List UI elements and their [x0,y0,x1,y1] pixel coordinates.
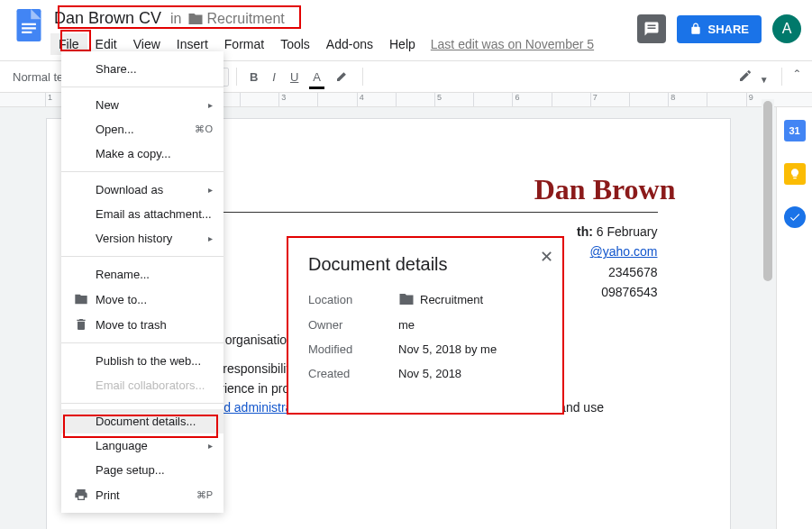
folder-icon [187,11,204,27]
chevron-right-icon: ▸ [208,441,213,451]
fm-download-as[interactable]: Download as▸ [61,178,224,202]
keep-panel-icon[interactable] [784,163,806,185]
share-button[interactable]: SHARE [677,15,762,43]
svg-rect-1 [22,23,36,25]
ruler-mark [240,93,278,106]
fm-document-details[interactable]: Document details... [61,409,224,433]
fm-version-history[interactable]: Version history▸ [61,226,224,251]
ruler-mark [552,93,590,106]
svg-rect-3 [22,32,32,33]
fm-rename[interactable]: Rename... [61,262,224,287]
fm-language[interactable]: Language▸ [61,433,224,458]
menu-help[interactable]: Help [381,33,424,55]
dialog-location-label: Location [308,293,398,306]
docs-app-icon[interactable] [11,7,47,43]
editing-mode-button[interactable]: ▼ [733,65,774,89]
account-avatar[interactable]: A [772,14,801,43]
svg-rect-2 [22,27,36,29]
ruler-mark: 8 [668,93,707,106]
dialog-created-label: Created [308,367,398,380]
chevron-right-icon: ▸ [208,233,213,243]
chevron-right-icon: ▸ [208,100,213,110]
dialog-owner-label: Owner [308,318,398,332]
calendar-panel-icon[interactable]: 31 [784,120,806,141]
document-details-dialog: ✕ Document details Location Recruitment … [287,236,564,415]
folder-name: Recruitment [207,11,285,27]
dialog-modified-label: Modified [308,342,398,356]
fm-move-to-trash[interactable]: Move to trash [61,312,224,337]
hide-menus-button[interactable]: ˆ [789,65,805,88]
fm-page-setup[interactable]: Page setup... [61,458,224,482]
fm-share[interactable]: Share... [61,57,224,81]
fm-email-collab: Email collaborators... [61,373,224,397]
menu-format[interactable]: Format [216,33,272,55]
dialog-close-button[interactable]: ✕ [540,247,553,267]
title-in-label: in [170,11,181,27]
italic-button[interactable]: I [267,67,281,87]
ruler-mark: 6 [512,93,551,106]
chevron-right-icon: ▸ [208,185,213,195]
folder-chip[interactable]: Recruitment [187,11,285,27]
doc-email[interactable]: @yaho.com [590,244,658,259]
fm-make-copy[interactable]: Make a copy... [61,141,224,166]
ruler-mark [629,93,668,106]
underline-button[interactable]: U [285,67,304,87]
fm-print[interactable]: Print⌘P [61,482,224,507]
ruler-mark: 3 [278,93,317,106]
bold-button[interactable]: B [244,67,263,87]
ruler-mark [396,93,434,106]
ruler-mark: 7 [590,93,629,106]
ruler-mark [707,93,745,106]
comments-button[interactable] [637,14,666,43]
fm-move-to[interactable]: Move to... [61,287,224,312]
dialog-modified-value: Nov 5, 2018 by me [398,342,543,356]
file-menu-dropdown: Share... New▸ Open...⌘O Make a copy... D… [61,51,224,513]
fm-open[interactable]: Open...⌘O [61,117,224,141]
ruler-mark: 4 [357,93,396,106]
vertical-scrollbar[interactable] [762,99,774,529]
fm-new[interactable]: New▸ [61,93,224,117]
fm-email-attachment[interactable]: Email as attachment... [61,202,224,226]
ruler-mark: 5 [434,93,473,106]
dialog-title: Document details [308,254,543,275]
dialog-location-value[interactable]: Recruitment [398,291,543,307]
print-icon [74,488,88,502]
trash-icon [74,317,88,332]
folder-icon [74,292,88,306]
fm-publish[interactable]: Publish to the web... [61,349,224,373]
text-color-button[interactable]: A [307,67,326,87]
highlight-button[interactable] [330,65,355,89]
share-label: SHARE [707,23,749,36]
document-title[interactable]: Dan Brown CV [50,7,165,30]
tasks-panel-icon[interactable] [784,206,806,228]
dialog-owner-value: me [398,318,543,332]
lock-icon [689,23,702,35]
menu-addons[interactable]: Add-ons [318,33,381,55]
side-panel: 31 [776,107,812,529]
dialog-created-value: Nov 5, 2018 [398,367,543,380]
ruler-mark [473,93,512,106]
folder-icon [398,291,415,307]
menu-tools[interactable]: Tools [272,33,318,55]
last-edit-link[interactable]: Last edit was on November 5 [431,37,594,51]
ruler-mark [317,93,356,106]
